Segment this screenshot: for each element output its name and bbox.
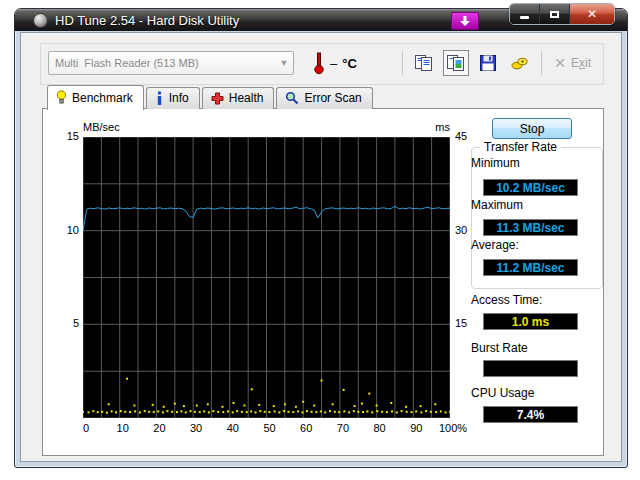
maximize-button[interactable] [539, 4, 569, 24]
copy-screenshot-icon [446, 54, 466, 72]
bulb-icon [56, 90, 67, 105]
exit-button[interactable]: ✕ Exit [550, 55, 595, 71]
benchmark-page: MB/sec ms 151054530150102030405060708090… [42, 108, 604, 456]
access-time-label: Access Time: [471, 293, 542, 307]
average-label: Average: [471, 238, 519, 252]
caption-buttons: ✕ [509, 3, 615, 25]
tab-label: Benchmark [72, 91, 133, 105]
left-axis-tick: 5 [51, 317, 79, 329]
x-axis-tick: 40 [213, 422, 253, 434]
tabstrip: Benchmark Info Health Err [47, 87, 375, 109]
left-axis-tick: 10 [51, 224, 79, 236]
toolbar-buttons: ✕ Exit [400, 49, 595, 77]
x-axis-tick: 80 [360, 422, 400, 434]
magnifier-icon [285, 91, 299, 105]
cpu-usage-value: 7.4% [483, 406, 578, 423]
x-axis-tick: 10 [103, 422, 143, 434]
chart-area: MB/sec ms 151054530150102030405060708090… [43, 109, 473, 449]
average-value: 11.2 MB/sec [483, 259, 578, 276]
access-time-value: 1.0 ms [483, 313, 578, 330]
toolbar-separator [402, 51, 403, 75]
right-axis-tick: 15 [455, 317, 479, 329]
transfer-rate-group-label: Transfer Rate [480, 140, 561, 154]
drive-select[interactable]: Multi Flash Reader (513 MB) ▼ [48, 51, 294, 75]
window-title: HD Tune 2.54 - Hard Disk Utility [55, 13, 239, 28]
exit-label: Exit [571, 56, 591, 70]
client-area: Multi Flash Reader (513 MB) ▼ – °C [20, 32, 622, 462]
close-icon: ✕ [587, 8, 597, 20]
app-window: HD Tune 2.54 - Hard Disk Utility ✕ Multi… [14, 8, 628, 468]
save-icon [479, 54, 497, 72]
stop-button[interactable]: Stop [492, 118, 572, 139]
tab-info[interactable]: Info [146, 87, 200, 109]
left-axis-tick: 15 [51, 130, 79, 142]
download-overlay-button[interactable] [451, 12, 479, 30]
x-axis-tick: 90 [396, 422, 436, 434]
minimize-icon [520, 16, 529, 19]
save-button[interactable] [475, 50, 501, 76]
maximum-label: Maximum [471, 198, 523, 212]
tab-benchmark[interactable]: Benchmark [47, 85, 144, 110]
tab-label: Error Scan [304, 91, 361, 105]
right-axis-tick: 45 [455, 130, 479, 142]
thermometer-icon [313, 51, 325, 75]
titlebar: HD Tune 2.54 - Hard Disk Utility ✕ [15, 9, 627, 31]
cpu-usage-label: CPU Usage [471, 386, 534, 400]
copy-screenshot-button[interactable] [443, 50, 469, 76]
x-axis-tick: 50 [250, 422, 290, 434]
minimize-button[interactable] [510, 4, 539, 24]
minimum-label: Minimum [471, 156, 520, 170]
minimum-value: 10.2 MB/sec [483, 179, 578, 196]
toolbar: Multi Flash Reader (513 MB) ▼ – °C [40, 43, 604, 85]
down-arrow-icon [459, 16, 471, 27]
x-axis-tick: 100% [433, 422, 473, 434]
health-cross-icon [211, 92, 224, 105]
options-button[interactable] [507, 50, 533, 76]
x-axis-tick: 30 [176, 422, 216, 434]
x-axis-tick: 60 [286, 422, 326, 434]
toolbar-separator [541, 51, 542, 75]
right-axis-title: ms [423, 121, 450, 133]
options-icon [510, 54, 530, 72]
x-axis-tick: 20 [139, 422, 179, 434]
left-axis-title: MB/sec [83, 121, 120, 133]
burst-rate-label: Burst Rate [471, 341, 528, 355]
copy-text-icon [414, 54, 434, 72]
temperature-indicator: – °C [313, 51, 357, 75]
info-icon [155, 91, 164, 105]
chevron-down-icon: ▼ [275, 58, 293, 68]
app-icon [33, 13, 48, 28]
tab-label: Health [229, 91, 264, 105]
drive-select-value: Multi Flash Reader (513 MB) [49, 57, 275, 69]
close-button[interactable]: ✕ [569, 4, 614, 24]
exit-icon: ✕ [554, 55, 566, 71]
temperature-unit: °C [342, 56, 357, 71]
maximize-icon [550, 11, 559, 18]
copy-text-button[interactable] [411, 50, 437, 76]
benchmark-plot [83, 137, 450, 418]
tab-error-scan[interactable]: Error Scan [276, 87, 372, 109]
temperature-value: – [330, 56, 337, 71]
tab-health[interactable]: Health [202, 87, 275, 109]
x-axis-tick: 70 [323, 422, 363, 434]
maximum-value: 11.3 MB/sec [483, 219, 578, 236]
x-axis-tick: 0 [66, 422, 106, 434]
tab-label: Info [169, 91, 189, 105]
burst-rate-value [483, 360, 578, 377]
